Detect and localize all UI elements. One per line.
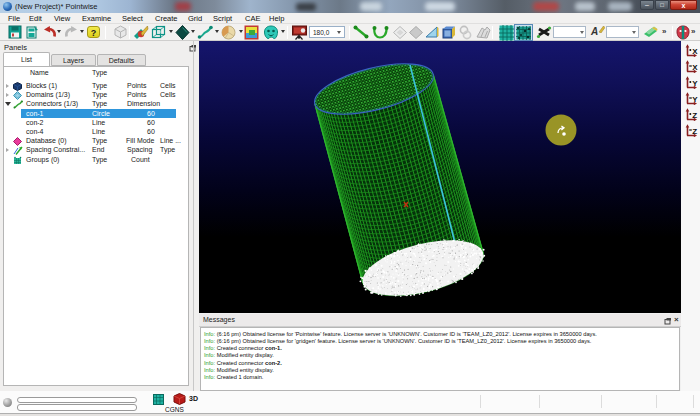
svg-text:Y: Y: [692, 79, 698, 88]
svg-text:Z: Z: [692, 127, 697, 136]
svg-text:Y: Y: [692, 95, 698, 104]
svg-text:Z: Z: [692, 111, 697, 120]
svg-text:X: X: [692, 63, 698, 72]
svg-text:X: X: [692, 47, 698, 56]
